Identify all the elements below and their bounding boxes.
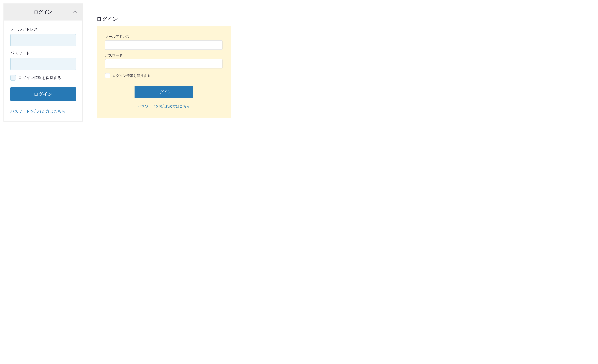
main-password-input[interactable] <box>105 59 223 68</box>
sidebar-email-group: メールアドレス <box>10 27 76 46</box>
sidebar-login-body: メールアドレス パスワード ログイン情報を保持する ログイン パスワードを忘れた… <box>4 21 82 121</box>
main-email-input[interactable] <box>105 40 223 50</box>
sidebar-forgot-password-link[interactable]: パスワードを忘れた方はこちら <box>10 109 76 114</box>
main-login-body: メールアドレス パスワード ログイン情報を保持する ログイン パスワードをお忘れ… <box>97 26 231 118</box>
sidebar-password-group: パスワード <box>10 50 76 70</box>
main-password-group: パスワード <box>105 53 223 68</box>
main-remember-label: ログイン情報を保持する <box>112 74 150 78</box>
main-password-label: パスワード <box>105 53 223 58</box>
main-login-panel: ログイン メールアドレス パスワード ログイン情報を保持する ログイン パスワー… <box>97 16 231 118</box>
main-login-button[interactable]: ログイン <box>134 86 193 98</box>
main-email-group: メールアドレス <box>105 34 223 50</box>
sidebar-login-title: ログイン <box>34 9 52 15</box>
sidebar-login-panel: ログイン メールアドレス パスワード ログイン情報を保持する ログイン パスワー… <box>3 3 83 122</box>
sidebar-email-label: メールアドレス <box>10 27 76 32</box>
sidebar-password-label: パスワード <box>10 50 76 56</box>
sidebar-remember-checkbox[interactable] <box>10 75 16 81</box>
chevron-up-icon <box>74 10 77 14</box>
sidebar-remember-label: ログイン情報を保持する <box>18 75 61 80</box>
sidebar-login-header[interactable]: ログイン <box>3 3 83 21</box>
sidebar-password-input[interactable] <box>10 58 76 70</box>
sidebar-login-button[interactable]: ログイン <box>10 87 76 101</box>
sidebar-remember-row: ログイン情報を保持する <box>10 75 76 81</box>
main-remember-row: ログイン情報を保持する <box>105 73 223 78</box>
main-forgot-password-link[interactable]: パスワードをお忘れの方はこちら <box>105 104 223 109</box>
main-email-label: メールアドレス <box>105 34 223 39</box>
sidebar-email-input[interactable] <box>10 34 76 46</box>
main-login-title: ログイン <box>97 16 231 23</box>
main-remember-checkbox[interactable] <box>105 73 110 78</box>
